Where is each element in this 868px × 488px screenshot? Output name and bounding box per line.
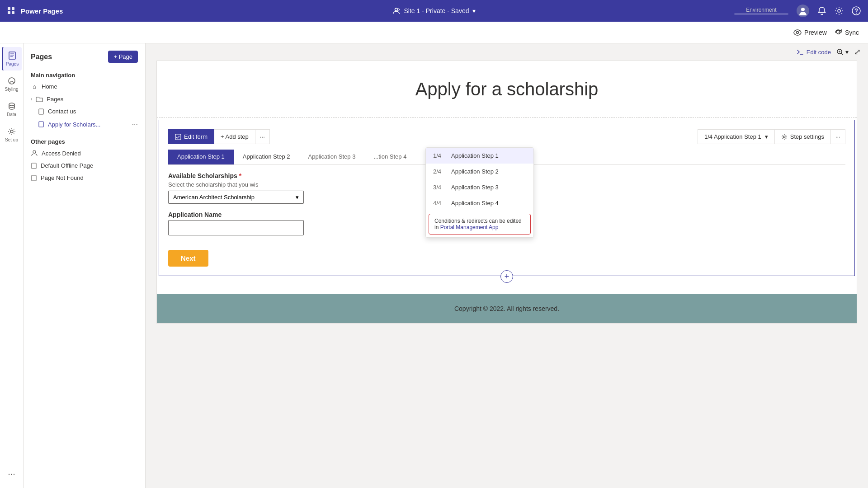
tab-step-4[interactable]: ...tion Step 4 [364, 150, 415, 164]
app-name-input[interactable] [168, 220, 304, 235]
nav-not-found[interactable]: Page Not Found [24, 172, 145, 184]
svg-point-24 [783, 136, 785, 138]
nav-apply-more[interactable]: ··· [132, 120, 138, 128]
rail-more[interactable]: ··· [2, 465, 22, 488]
rail-styling[interactable]: Styling [2, 72, 22, 96]
site-info-bar: Site 1 - Private - Saved ▾ [392, 7, 476, 15]
svg-rect-17 [39, 109, 43, 114]
svg-point-14 [9, 78, 15, 84]
svg-point-19 [33, 150, 36, 153]
footer-text: Copyright © 2022. All rights reserved. [454, 305, 559, 312]
svg-point-8 [838, 9, 840, 12]
step-more-button[interactable]: ··· [831, 129, 845, 144]
rail-setup[interactable]: Set up [2, 123, 22, 146]
user-icon[interactable] [797, 5, 809, 17]
top-navbar: Power Pages Site 1 - Private - Saved ▾ E… [0, 0, 868, 22]
page-icon [38, 108, 44, 115]
site-info-text[interactable]: Site 1 - Private - Saved [404, 7, 469, 14]
tab-step-3[interactable]: Application Step 3 [299, 150, 365, 164]
svg-rect-13 [9, 52, 15, 59]
svg-rect-21 [32, 175, 36, 181]
svg-point-10 [856, 13, 857, 14]
step-dropdown-overlay: 1/4 Application Step 1 2/4 Application S… [425, 147, 534, 238]
active-page-icon [38, 121, 44, 127]
rail-pages[interactable]: Pages [2, 47, 22, 70]
nav-offline[interactable]: Default Offline Page [24, 160, 145, 172]
page-canvas: Apply for a scholarship Edit form + Add … [156, 61, 857, 324]
rail-data[interactable]: Data [2, 98, 22, 121]
nav-contact[interactable]: Contact us [24, 105, 145, 117]
top-nav-right: Environment [734, 5, 861, 17]
nav-access-denied[interactable]: Access Denied [24, 147, 145, 160]
chevron-down-zoom[interactable]: ▾ [845, 48, 849, 56]
svg-rect-23 [175, 134, 181, 140]
svg-point-15 [9, 103, 14, 106]
expand-button[interactable]: ⤢ [854, 47, 861, 57]
add-section-button[interactable]: + [500, 270, 513, 283]
nav-home[interactable]: ⌂ Home [24, 80, 145, 93]
svg-point-7 [801, 8, 805, 11]
preview-button[interactable]: Preview [793, 29, 827, 36]
tab-step-1[interactable]: Application Step 1 [168, 150, 234, 164]
step-settings-button[interactable]: Step settings [775, 129, 831, 144]
svg-point-16 [10, 130, 13, 133]
main-layout: Pages Styling Data Set up ··· Pages + Pa… [0, 43, 868, 488]
chevron-down-step: ▾ [765, 133, 768, 140]
main-nav-label: Main navigation [24, 68, 145, 80]
grid-icon[interactable] [7, 7, 15, 15]
required-mark: * [239, 172, 241, 179]
dropdown-step-1[interactable]: 1/4 Application Step 1 [426, 148, 533, 164]
user-page-icon [31, 150, 38, 157]
select-chevron: ▾ [296, 194, 299, 201]
step-dropdown-button[interactable]: 1/4 Application Step 1 ▾ [698, 129, 775, 144]
env-selector[interactable] [734, 13, 788, 15]
add-page-button[interactable]: + Page [108, 51, 138, 63]
notification-icon[interactable] [817, 6, 826, 15]
chevron-right-icon: › [31, 97, 32, 102]
other-pages-label: Other pages [24, 135, 145, 147]
home-icon: ⌂ [31, 83, 38, 90]
svg-point-12 [797, 31, 799, 33]
svg-rect-0 [8, 7, 10, 10]
svg-rect-18 [39, 122, 43, 127]
next-button[interactable]: Next [168, 250, 208, 267]
form-toolbar: Edit form + Add step ··· 1/4 Application… [168, 129, 845, 144]
second-bar: Preview Sync [0, 22, 868, 43]
dropdown-step-2[interactable]: 2/4 Application Step 2 [426, 164, 533, 179]
nav-pages-folder[interactable]: › Pages [24, 93, 145, 105]
nav-apply[interactable]: Apply for Scholars... ··· [24, 117, 145, 131]
form-section: Edit form + Add step ··· 1/4 Application… [159, 120, 855, 276]
svg-rect-3 [12, 11, 14, 14]
sidebar-header: Pages + Page [24, 51, 145, 68]
portal-mgmt-link[interactable]: Portal Management App [440, 224, 499, 230]
scholarships-select[interactable]: American Architect Scholarship ▾ [168, 191, 304, 204]
settings-icon[interactable] [835, 6, 844, 15]
sync-button[interactable]: Sync [834, 28, 859, 37]
svg-rect-20 [32, 163, 36, 169]
dropdown-step-3[interactable]: 3/4 Application Step 3 [426, 179, 533, 195]
svg-point-11 [794, 30, 801, 35]
edit-code-button[interactable]: Edit code [797, 48, 831, 56]
tab-step-2[interactable]: Application Step 2 [234, 150, 299, 164]
page-icon-2 [31, 163, 37, 169]
env-section: Environment [734, 7, 788, 15]
page-footer: Copyright © 2022. All rights reserved. [157, 294, 857, 323]
main-content: Edit code ▾ ⤢ Apply for a scholarship Ed [146, 43, 868, 488]
chevron-down-icon[interactable]: ▾ [472, 7, 476, 14]
page-title-section: Apply for a scholarship [157, 61, 857, 118]
edit-form-button[interactable]: Edit form [168, 129, 214, 144]
page-icon-3 [31, 175, 37, 181]
icon-rail: Pages Styling Data Set up ··· [0, 43, 24, 488]
svg-point-4 [395, 8, 398, 11]
svg-rect-1 [12, 7, 14, 10]
page-main-title: Apply for a scholarship [166, 79, 848, 99]
sidebar-title: Pages [31, 53, 52, 61]
sidebar: Pages + Page Main navigation ⌂ Home › Pa… [24, 43, 146, 488]
folder-icon [36, 95, 43, 103]
help-icon[interactable] [852, 6, 861, 15]
app-title: Power Pages [21, 7, 734, 15]
dropdown-step-4[interactable]: 4/4 Application Step 4 [426, 195, 533, 211]
zoom-control[interactable]: ▾ [836, 48, 849, 56]
add-step-button[interactable]: + Add step [214, 129, 255, 144]
form-more-button[interactable]: ··· [255, 129, 270, 144]
